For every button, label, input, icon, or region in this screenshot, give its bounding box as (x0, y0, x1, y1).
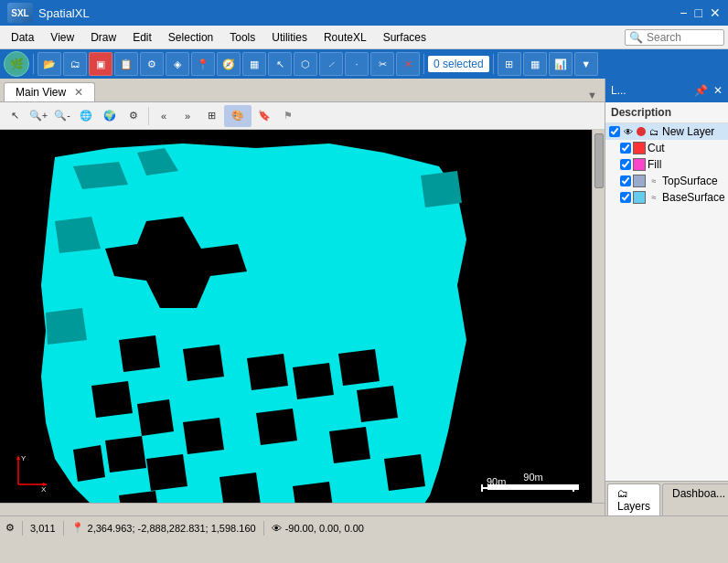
dashboard-tab[interactable]: Dashboa... (662, 483, 728, 515)
vertical-scrollbar[interactable] (592, 130, 605, 503)
menu-view[interactable]: View (43, 28, 81, 47)
layer-item-basesurface[interactable]: ≈ BaseSurface (605, 189, 728, 206)
scale-bar-line (487, 484, 579, 490)
vt-back[interactable]: « (153, 105, 175, 127)
svg-text:Y: Y (21, 454, 27, 462)
main-area: Main View ✕ ▼ ↖ 🔍+ 🔍- 🌐 🌍 ⚙ « » ⊞ 🎨 🔖 ⚑ (0, 79, 728, 515)
vt-color[interactable]: 🎨 (224, 105, 252, 127)
layer-checkbox-cut[interactable] (620, 143, 631, 154)
vscroll-thumb[interactable] (594, 133, 604, 188)
menu-tools[interactable]: Tools (222, 28, 262, 47)
layer-label-basesurface: BaseSurface (662, 191, 725, 204)
toolbar-sep-3 (493, 54, 494, 74)
menu-data[interactable]: Data (4, 28, 41, 47)
status-sep-3 (263, 521, 264, 536)
vt-globe[interactable]: 🌐 (75, 105, 97, 127)
layer-surface-icon: ≈ (648, 175, 660, 187)
map-canvas[interactable]: 90m Y X (0, 130, 592, 503)
layer-checkbox-basesurface[interactable] (620, 192, 631, 203)
panel-close-icon[interactable]: ✕ (713, 84, 723, 97)
toolbar-table-btn[interactable]: 📋 (114, 52, 138, 76)
selected-count-display: 0 selected (428, 56, 489, 72)
vt-settings[interactable]: ⚙ (123, 105, 145, 127)
status-gear-icon: ⚙ (5, 522, 15, 534)
layer-tree: 👁 🗂 New Layer Cut Fill ≈ (605, 123, 728, 481)
toolbar-erase-btn[interactable]: ✂ (370, 52, 394, 76)
vt-bookmark[interactable]: 🔖 (253, 105, 275, 127)
app-title-text: SpatialXL (38, 6, 90, 20)
vt-forward[interactable]: » (177, 105, 198, 127)
status-angle: -90.00, 0.00, 0.00 (285, 523, 364, 534)
layer-item-cut[interactable]: Cut (605, 140, 728, 156)
scale-label: 90m (523, 472, 542, 483)
toolbar-table2-btn[interactable]: ⊞ (498, 52, 521, 76)
toolbar-line-btn[interactable]: ⟋ (319, 52, 343, 76)
menubar: Data View Draw Edit Selection Tools Util… (0, 26, 728, 49)
vt-globe2[interactable]: 🌍 (99, 105, 121, 127)
menu-routexl[interactable]: RouteXL (316, 28, 374, 47)
toolbar-dropdown-btn[interactable]: ▼ (574, 52, 598, 76)
layer-item-new-layer[interactable]: 👁 🗂 New Layer (605, 123, 728, 140)
layer-item-topsurface[interactable]: ≈ TopSurface (605, 173, 728, 189)
layer-label-topsurface: TopSurface (662, 175, 718, 187)
menu-surfaces[interactable]: Surfaces (376, 28, 434, 47)
selected-count: 0 selected (434, 58, 484, 70)
menu-utilities[interactable]: Utilities (264, 28, 315, 47)
close-button[interactable]: ✕ (710, 5, 721, 20)
layer-label-new-layer: New Layer (662, 125, 714, 138)
menu-draw[interactable]: Draw (83, 28, 123, 47)
toolbar-point-btn[interactable]: · (345, 52, 369, 76)
layer-folder-icon: 🗂 (648, 125, 660, 138)
layer-color-cut (633, 142, 646, 154)
search-input[interactable] (647, 31, 720, 44)
layer-color-fill (633, 158, 646, 171)
vt-flag[interactable]: ⚑ (277, 105, 299, 127)
toolbar-logo-btn[interactable]: 🌿 (4, 51, 29, 77)
search-box[interactable]: 🔍 (625, 29, 724, 46)
minimize-button[interactable]: − (680, 5, 687, 20)
tab-collapse-icon[interactable]: ▼ (587, 90, 597, 101)
toolbar-chart-btn[interactable]: 📊 (549, 52, 573, 76)
toolbar-tool2-btn[interactable]: ◈ (166, 52, 189, 76)
map-container: 90m Y X (0, 130, 605, 503)
layer-checkbox-new-layer[interactable] (609, 126, 620, 137)
vt-grid[interactable]: ⊞ (200, 105, 222, 127)
status-coords: 2,364.963; -2,888,282.831; 1,598.160 (88, 523, 256, 534)
toolbar-tool1-btn[interactable]: ⚙ (140, 52, 164, 76)
layer-eye-icon: 👁 (622, 125, 635, 138)
panel-pin-icon[interactable]: 📌 (694, 84, 708, 97)
status-eye-icon: 👁 (272, 523, 282, 534)
toolbar-layers-btn[interactable]: 🗂 (63, 52, 87, 76)
maximize-button[interactable]: □ (695, 5, 702, 20)
toolbar-sep-1 (33, 54, 34, 74)
vt-zoom-in[interactable]: 🔍+ (27, 105, 49, 127)
toolbar-grid-btn[interactable]: ▦ (523, 52, 547, 76)
layer-red-dot (637, 127, 646, 136)
vt-zoom-out[interactable]: 🔍- (51, 105, 73, 127)
toolbar-open-btn[interactable]: 📂 (37, 52, 61, 76)
toolbar-select-btn[interactable]: ▦ (242, 52, 266, 76)
status-gear[interactable]: ⚙ (5, 522, 15, 534)
tab-close-icon[interactable]: ✕ (74, 86, 83, 99)
toolbar-nav-btn[interactable]: 🧭 (217, 52, 241, 76)
toolbar-cursor-btn[interactable]: ↖ (268, 52, 292, 76)
menu-selection[interactable]: Selection (161, 28, 220, 47)
compass-axes: Y X (9, 448, 55, 494)
toolbar-x-btn[interactable]: ✕ (396, 52, 420, 76)
menu-edit[interactable]: Edit (125, 28, 159, 47)
layer-item-fill[interactable]: Fill (605, 156, 728, 173)
vt-select-tool[interactable]: ↖ (4, 105, 26, 127)
toolbar-pin-btn[interactable]: 📍 (191, 52, 215, 76)
app-title: SXL SpatialXL (7, 3, 90, 23)
layer-checkbox-fill[interactable] (620, 159, 631, 170)
layers-tab[interactable]: 🗂 Layers (607, 483, 660, 515)
toolbar-poly-btn[interactable]: ⬡ (294, 52, 317, 76)
main-view-tab[interactable]: Main View ✕ (4, 82, 95, 101)
horizontal-scrollbar[interactable] (0, 503, 605, 515)
view-toolbar: ↖ 🔍+ 🔍- 🌐 🌍 ⚙ « » ⊞ 🎨 🔖 ⚑ (0, 102, 605, 130)
bottom-panel-tabs: 🗂 Layers Dashboa... (605, 481, 728, 515)
svg-marker-1 (16, 455, 20, 460)
status-count-value: 3,011 (30, 523, 56, 534)
toolbar-db-btn[interactable]: ▣ (89, 52, 112, 76)
layer-checkbox-topsurface[interactable] (620, 175, 631, 186)
